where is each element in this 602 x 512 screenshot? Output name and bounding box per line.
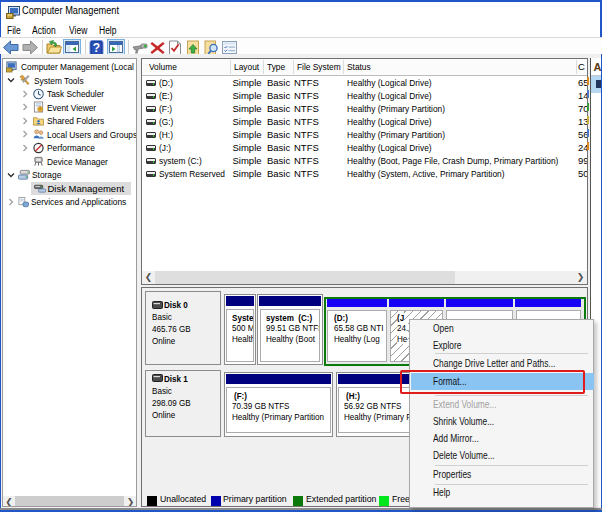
- svg-text:?: ?: [93, 41, 100, 55]
